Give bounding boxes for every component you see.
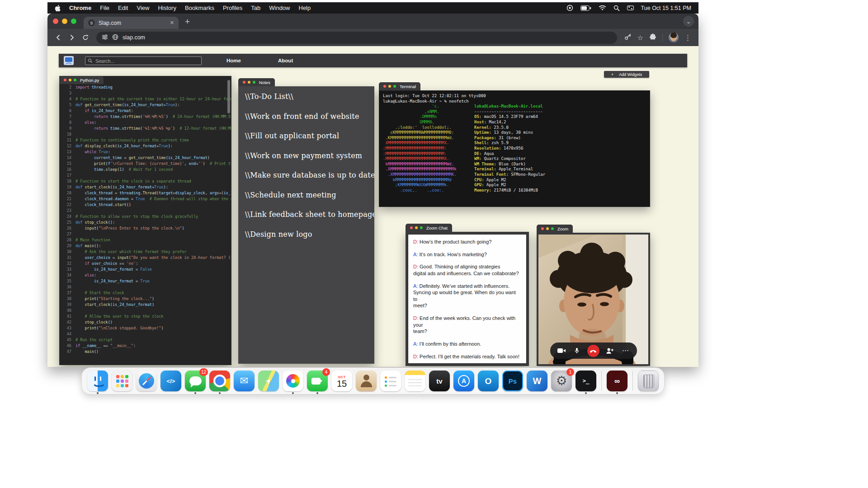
dock-item-appstore[interactable]: A	[453, 371, 474, 391]
dock-item-trash[interactable]	[638, 371, 659, 391]
dock-item-adobe[interactable]: ∞	[607, 371, 627, 391]
window-title: Notes	[259, 80, 270, 85]
nav-link-home[interactable]: Home	[226, 58, 241, 63]
dock-item-appletv[interactable]: tv	[429, 371, 450, 391]
passwords-key-icon[interactable]	[624, 33, 632, 42]
tab-search-button[interactable]: ⌄	[683, 16, 694, 27]
dock-item-calendar[interactable]: OCT15	[331, 371, 352, 391]
menu-item-tab[interactable]: Tab	[251, 5, 260, 11]
zoom-window-button[interactable]	[551, 227, 554, 230]
menu-item-bookmarks[interactable]: Bookmarks	[185, 5, 214, 11]
dock-item-maps[interactable]: ➤	[258, 371, 279, 391]
more-options-icon[interactable]: ⋯	[620, 345, 631, 356]
python-window-titlebar[interactable]: Python.py	[59, 76, 104, 84]
chat-messages[interactable]: D: How’s the product launch going?A: It’…	[408, 234, 527, 364]
menu-item-window[interactable]: Window	[269, 5, 290, 11]
editor-scrollbar[interactable]	[227, 80, 230, 113]
minimize-window-button[interactable]	[62, 19, 67, 24]
code-text: while True:	[75, 149, 231, 155]
camera-toggle-icon[interactable]	[556, 345, 567, 356]
browser-menu-icon[interactable]: ⋮	[684, 34, 691, 41]
spotlight-search-icon[interactable]	[613, 5, 620, 11]
minimize-window-button[interactable]	[388, 85, 391, 88]
forward-button[interactable]	[66, 31, 78, 44]
close-tab-icon[interactable]: ✕	[170, 20, 174, 26]
control-center-icon[interactable]	[627, 5, 634, 10]
display-status-icon[interactable]	[566, 5, 573, 11]
dock-item-terminal[interactable]: >_	[576, 371, 596, 391]
menu-item-history[interactable]: History	[158, 5, 176, 11]
dock-item-facetime[interactable]: 4	[307, 371, 328, 391]
terminal-window-titlebar[interactable]: Terminal	[379, 82, 420, 90]
dock-item-contacts[interactable]	[356, 371, 377, 391]
extensions-puzzle-icon[interactable]	[649, 33, 656, 42]
battery-icon[interactable]	[580, 5, 591, 11]
note-line: \\To-Do List\\	[245, 92, 368, 101]
dock-item-safari[interactable]	[136, 371, 157, 391]
menu-item-edit[interactable]: Edit	[118, 5, 128, 11]
microphone-toggle-icon[interactable]	[571, 345, 582, 356]
running-indicator	[219, 392, 221, 394]
address-bar[interactable]: slap.com	[96, 32, 617, 44]
code-editor[interactable]: 1import time2import threading34# Functio…	[59, 76, 231, 365]
minimize-window-button[interactable]	[415, 226, 418, 229]
close-window-button[interactable]	[243, 81, 245, 84]
close-window-button[interactable]	[64, 79, 66, 81]
terminal-content[interactable]: Last login: Tue Oct 22 12:02:11 on ttys0…	[379, 90, 650, 207]
menu-item-help[interactable]: Help	[299, 5, 311, 11]
close-window-button[interactable]	[383, 85, 386, 88]
profile-avatar[interactable]	[669, 33, 679, 42]
apple-logo-icon[interactable]	[55, 5, 61, 12]
close-window-button[interactable]	[541, 227, 544, 230]
site-settings-icon[interactable]	[102, 34, 108, 42]
dock-item-photoshop[interactable]: Ps	[502, 371, 523, 391]
menu-item-file[interactable]: File	[100, 5, 109, 11]
zoom-chat-titlebar[interactable]: Zoom Chat	[406, 224, 452, 232]
wifi-icon[interactable]	[599, 5, 606, 11]
reload-button[interactable]	[79, 31, 92, 44]
menu-item-profiles[interactable]: Profiles	[223, 5, 242, 11]
minimize-window-button[interactable]	[69, 79, 71, 81]
minimize-window-button[interactable]	[248, 81, 250, 84]
dock-item-finder[interactable]	[87, 371, 108, 391]
bookmark-star-icon[interactable]: ☆	[637, 34, 643, 41]
dock-item-launchpad[interactable]	[112, 371, 132, 391]
dock-item-settings[interactable]: ⚙1	[551, 371, 572, 391]
menu-clock[interactable]: Tue Oct 15 1:51 PM	[641, 5, 691, 11]
close-window-button[interactable]	[410, 226, 413, 229]
dock-item-photos[interactable]	[283, 371, 303, 391]
nav-link-about[interactable]: About	[278, 58, 293, 63]
zoom-titlebar[interactable]: Zoom	[537, 225, 573, 233]
close-window-button[interactable]	[53, 19, 58, 24]
back-button[interactable]	[52, 31, 65, 44]
end-call-button[interactable]	[587, 345, 599, 357]
search-input[interactable]	[85, 56, 202, 65]
dock-item-word[interactable]: W	[527, 371, 547, 391]
zoom-window-button[interactable]	[74, 79, 76, 81]
notes-content[interactable]: \\To-Do List\\\\Work on front end of web…	[238, 86, 374, 364]
add-widgets-button[interactable]: + Add Widgets	[604, 71, 649, 78]
zoom-window-button[interactable]	[420, 226, 423, 229]
dock-item-messages[interactable]: 12	[185, 371, 206, 391]
chat-speaker: D:	[413, 239, 418, 244]
participants-icon[interactable]	[604, 345, 615, 356]
add-widgets-label: Add Widgets	[619, 72, 642, 77]
menu-item-view[interactable]: View	[137, 5, 149, 11]
dock-item-outlook[interactable]: O	[478, 371, 499, 391]
appstore-glyph: A	[458, 375, 470, 387]
dock-item-vscode[interactable]: </>	[160, 371, 181, 391]
dock-item-mail[interactable]: ✉	[234, 371, 255, 391]
code-text: def get_current_time(is_24_hour_format=T…	[75, 102, 231, 108]
zoom-window-button[interactable]	[71, 19, 76, 24]
dock-item-notes[interactable]	[405, 371, 425, 391]
notes-window-titlebar[interactable]: Notes	[238, 78, 275, 86]
site-logo-image[interactable]	[63, 55, 74, 66]
menu-app-name[interactable]: Chrome	[69, 5, 91, 11]
browser-tab[interactable]: S Slap.com ✕	[84, 17, 179, 29]
dock-item-chrome[interactable]	[209, 371, 230, 391]
new-tab-button[interactable]: +	[185, 17, 190, 26]
minimize-window-button[interactable]	[546, 227, 549, 230]
zoom-window-button[interactable]	[253, 81, 255, 84]
dock-item-reminders[interactable]	[380, 371, 401, 391]
zoom-window-button[interactable]	[393, 85, 396, 88]
